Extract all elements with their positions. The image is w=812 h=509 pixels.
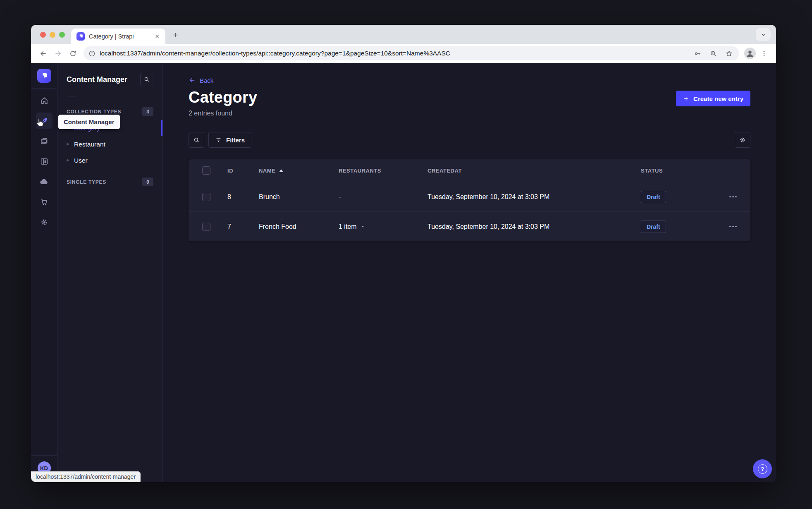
subnav-item-label: Restaurant (74, 141, 105, 148)
sidebar-home-button[interactable] (36, 92, 53, 109)
strapi-logo-icon (41, 72, 48, 79)
plus-icon (172, 31, 179, 38)
browser-toolbar: localhost:1337/admin/content-manager/col… (31, 44, 776, 63)
list-view-content: Back Category 2 entries found Create new… (163, 63, 776, 482)
bookmark-star-icon[interactable] (725, 50, 733, 58)
column-header-restaurants[interactable]: RESTAURANTS (339, 168, 427, 174)
single-types-label: SINGLE TYPES (67, 179, 106, 185)
address-bar[interactable]: localhost:1337/admin/content-manager/col… (84, 46, 739, 60)
cell-createdat: Tuesday, September 10, 2024 at 3:03 PM (427, 223, 641, 230)
sidebar-settings-button[interactable] (36, 214, 53, 230)
sidebar-content-manager-button[interactable] (36, 113, 53, 129)
relation-count-button[interactable]: 1 item (339, 223, 427, 230)
bullet-icon (67, 143, 69, 145)
window-minimize-button[interactable] (50, 32, 55, 38)
zoom-icon[interactable] (709, 50, 717, 58)
browser-tab-strip: Category | Strapi (31, 25, 776, 44)
plus-icon (683, 96, 689, 102)
main-navigation-rail: KD (31, 63, 57, 482)
filters-label: Filters (226, 137, 245, 144)
strapi-favicon (76, 32, 85, 41)
filters-button[interactable]: Filters (208, 132, 251, 148)
bullet-icon (67, 159, 69, 161)
back-button[interactable] (36, 47, 50, 60)
caret-down-icon (360, 224, 365, 229)
create-new-entry-button[interactable]: Create new entry (676, 91, 750, 106)
collection-types-count-badge: 3 (142, 107, 153, 116)
cursor-pointer-icon (35, 118, 45, 129)
row-checkbox[interactable] (202, 223, 210, 231)
row-checkbox[interactable] (202, 193, 210, 201)
search-icon (143, 76, 150, 83)
new-tab-button[interactable] (169, 29, 182, 41)
tab-close-button[interactable] (153, 32, 161, 41)
browser-window: Category | Strapi localhost:1337/admin/c… (31, 25, 776, 482)
sidebar-media-library-button[interactable] (36, 133, 53, 149)
forward-button[interactable] (51, 47, 64, 60)
content-type-builder-icon (40, 157, 49, 166)
status-badge: Draft (641, 191, 666, 203)
subnav-item-user[interactable]: User (57, 152, 162, 168)
entries-count: 2 entries found (189, 110, 257, 117)
select-all-checkbox[interactable] (202, 166, 210, 175)
row-actions-button[interactable] (728, 194, 750, 200)
sidebar-tooltip: Content Manager (58, 115, 120, 129)
window-maximize-button[interactable] (59, 32, 65, 38)
media-library-icon (40, 137, 49, 146)
arrow-left-icon (39, 49, 48, 58)
subnav-item-restaurant[interactable]: Restaurant (57, 136, 162, 152)
omnibox-actions (694, 50, 733, 58)
browser-tab[interactable]: Category | Strapi (71, 29, 165, 44)
back-label: Back (200, 77, 213, 84)
row-actions-button[interactable] (728, 223, 750, 230)
arrow-left-icon (189, 77, 196, 84)
traffic-lights (40, 32, 65, 38)
collection-types-label: COLLECTION TYPES (67, 109, 121, 115)
sidebar-content-type-builder-button[interactable] (36, 153, 53, 170)
column-header-name-sort[interactable]: NAME (259, 168, 339, 174)
subnav-search-button[interactable] (140, 73, 153, 86)
chevron-down-icon (760, 31, 767, 38)
subnav-divider (67, 96, 76, 96)
person-icon (745, 48, 755, 59)
subnav-title: Content Manager (67, 75, 127, 84)
subnav-item-label: User (74, 157, 88, 164)
shopping-cart-icon (40, 197, 49, 206)
table-header-row: ID NAME RESTAURANTS CREATEDAT STATUS (189, 159, 750, 182)
page-title: Category (189, 88, 257, 106)
gear-icon (739, 136, 746, 144)
table-row[interactable]: 7 French Food 1 item Tuesday, September … (189, 211, 750, 241)
cell-restaurants: - (339, 193, 427, 201)
view-settings-button[interactable] (735, 132, 750, 148)
search-entries-button[interactable] (189, 132, 204, 148)
cell-name: French Food (259, 223, 339, 230)
help-button[interactable]: ? (753, 459, 772, 478)
column-header-status[interactable]: STATUS (641, 168, 728, 174)
sidebar-marketplace-button[interactable] (36, 194, 53, 210)
strapi-app: KD Content Manager COLLECTION TYPES 3 Ca… (31, 63, 776, 482)
gear-icon (40, 218, 49, 227)
window-close-button[interactable] (40, 32, 46, 38)
sidebar-cloud-button[interactable] (36, 173, 53, 190)
question-mark-icon: ? (758, 464, 767, 474)
arrow-right-icon (54, 49, 62, 58)
link-status-bubble: localhost:1337/admin/content-manager (31, 471, 141, 482)
table-row[interactable]: 8 Brunch - Tuesday, September 10, 2024 a… (189, 182, 750, 211)
strapi-logo-button[interactable] (37, 69, 51, 83)
entries-table: ID NAME RESTAURANTS CREATEDAT STATUS 8 B… (189, 159, 750, 241)
back-link[interactable]: Back (189, 77, 213, 84)
kebab-menu-icon (760, 50, 768, 57)
password-key-icon[interactable] (694, 50, 702, 58)
browser-menu-button[interactable] (757, 47, 771, 60)
tab-search-button[interactable] (756, 28, 771, 41)
close-icon (154, 34, 160, 39)
column-header-id[interactable]: ID (227, 168, 259, 174)
tab-title: Category | Strapi (89, 33, 149, 40)
column-header-createdat[interactable]: CREATEDAT (427, 168, 641, 174)
cell-name: Brunch (259, 193, 339, 201)
cell-id: 7 (227, 223, 259, 230)
reload-button[interactable] (66, 47, 79, 60)
browser-profile-avatar[interactable] (744, 48, 756, 59)
home-icon (40, 96, 49, 105)
status-badge: Draft (641, 221, 666, 233)
